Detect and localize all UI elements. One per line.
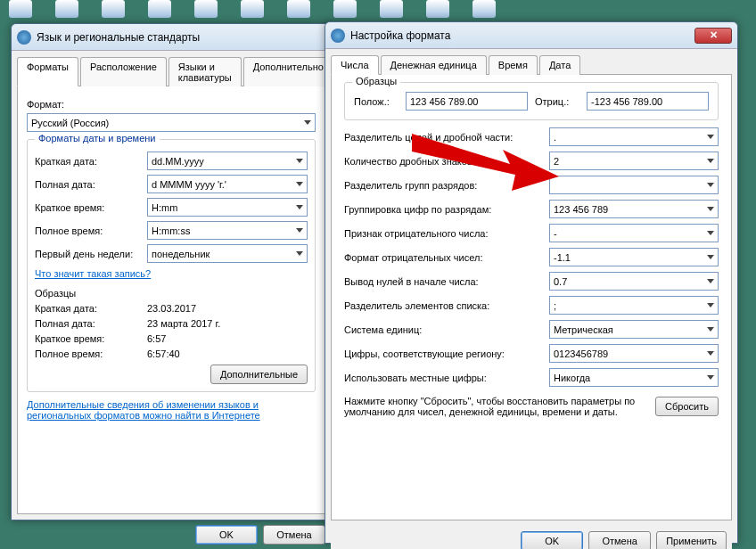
dialog-buttons: OK Отмена Применить	[331, 526, 732, 549]
pane-numbers: Образцы Полож.: 123 456 789.00 Отриц.: -…	[331, 75, 732, 520]
format-label: Вывод нулей в начале числа:	[344, 276, 549, 287]
positive-label: Полож.:	[354, 96, 399, 107]
reset-button[interactable]: Сбросить	[655, 397, 719, 416]
format-dropdown-4[interactable]: -	[549, 224, 719, 242]
format-label: Система единиц:	[344, 324, 549, 335]
tab-additional[interactable]: Дополнительно	[243, 57, 333, 86]
first-day-dropdown[interactable]: понедельник	[147, 244, 308, 263]
sample-long-time-val: 6:57:40	[147, 348, 308, 359]
ok-button[interactable]: OK	[195, 525, 258, 545]
short-time-dropdown[interactable]: H:mm	[147, 198, 308, 217]
format-dropdown-2[interactable]	[549, 176, 719, 194]
ok-button[interactable]: OK	[521, 531, 583, 549]
samples-legend: Образцы	[35, 288, 308, 299]
sample-long-date-lbl: Полная дата:	[35, 318, 142, 329]
region-settings-window: Язык и региональные стандарты Форматы Ра…	[11, 23, 332, 520]
tab-numbers[interactable]: Числа	[331, 55, 379, 75]
format-dropdown-7[interactable]: ;	[549, 296, 719, 315]
format-row-1: Количество дробных знаков:2	[344, 152, 719, 170]
negative-sample: -123 456 789.00	[587, 92, 709, 111]
reset-area: Нажмите кнопку "Сбросить", чтобы восстан…	[344, 396, 719, 417]
tab-currency[interactable]: Денежная единица	[381, 55, 487, 75]
format-dropdown-6[interactable]: 0.7	[549, 272, 719, 291]
long-date-label: Полная дата:	[35, 179, 142, 190]
format-label: Формат:	[27, 99, 316, 110]
long-time-dropdown[interactable]: H:mm:ss	[147, 221, 308, 240]
what-does-this-mean-link[interactable]: Что значит такая запись?	[35, 268, 151, 279]
format-row-6: Вывод нулей в начале числа:0.7	[344, 272, 719, 291]
sample-short-time-val: 6:57	[147, 333, 308, 344]
dialog-buttons: OK Отмена	[12, 520, 331, 549]
datetime-formats-group: Форматы даты и времени Краткая дата:dd.M…	[27, 139, 316, 392]
sample-long-time-lbl: Полное время:	[35, 348, 142, 359]
format-value: Русский (Россия)	[31, 118, 109, 128]
format-dropdown-1[interactable]: 2	[549, 152, 719, 170]
tab-keyboards[interactable]: Языки и клавиатуры	[168, 57, 242, 86]
window-title: Язык и региональные стандарты	[37, 31, 325, 44]
format-label: Формат отрицательных чисел:	[344, 252, 549, 263]
short-date-dropdown[interactable]: dd.MM.yyyy	[147, 152, 308, 170]
format-dropdown-9[interactable]: 0123456789	[549, 344, 719, 363]
sample-short-time-lbl: Краткое время:	[35, 333, 142, 344]
format-row-5: Формат отрицательных чисел:-1.1	[344, 248, 719, 266]
format-dropdown[interactable]: Русский (Россия)	[27, 113, 316, 132]
sample-long-date-val: 23 марта 2017 г.	[147, 318, 308, 329]
tabs: Форматы Расположение Языки и клавиатуры …	[17, 56, 325, 86]
titlebar[interactable]: Язык и региональные стандарты	[12, 24, 331, 51]
format-row-3: Группировка цифр по разрядам:123 456 789	[344, 200, 719, 218]
long-time-label: Полное время:	[35, 225, 142, 236]
short-time-label: Краткое время:	[35, 202, 142, 213]
format-dropdown-8[interactable]: Метрическая	[549, 320, 719, 339]
tab-date[interactable]: Дата	[539, 55, 580, 75]
format-row-2: Разделитель групп разрядов:	[344, 176, 719, 194]
format-label: Разделитель элементов списка:	[344, 300, 549, 311]
format-row-9: Цифры, соответствующие региону:012345678…	[344, 344, 719, 363]
tabs: Числа Денежная единица Время Дата	[331, 54, 732, 75]
format-row-0: Разделитель целой и дробной части:.	[344, 127, 719, 146]
cancel-button[interactable]: Отмена	[263, 525, 325, 545]
customize-format-window: Настройка формата ✕ Числа Денежная едини…	[325, 21, 738, 544]
globe-icon	[17, 30, 31, 45]
negative-label: Отриц.:	[535, 96, 579, 107]
samples-group: Образцы Полож.: 123 456 789.00 Отриц.: -…	[344, 82, 719, 120]
format-dropdown-5[interactable]: -1.1	[549, 248, 719, 266]
samples-legend: Образцы	[352, 76, 400, 86]
format-label: Группировка цифр по разрядам:	[344, 204, 549, 215]
format-settings-list: Разделитель целой и дробной части:.Колич…	[344, 127, 719, 387]
tab-location[interactable]: Расположение	[80, 57, 167, 86]
help-link[interactable]: Дополнительные сведения об изменении язы…	[27, 399, 260, 421]
format-label: Использовать местные цифры:	[344, 373, 549, 383]
globe-icon	[331, 29, 345, 43]
titlebar[interactable]: Настройка формата ✕	[325, 22, 737, 49]
format-row-4: Признак отрицательного числа:-	[344, 224, 719, 242]
first-day-label: Первый день недели:	[35, 249, 142, 259]
format-dropdown-10[interactable]: Никогда	[549, 368, 719, 387]
format-label: Разделитель групп разрядов:	[344, 180, 549, 191]
format-label: Цифры, соответствующие региону:	[344, 348, 549, 359]
format-row-8: Система единиц:Метрическая	[344, 320, 719, 339]
desktop-icons-row	[0, 0, 756, 20]
tab-formats[interactable]: Форматы	[17, 57, 78, 86]
format-dropdown-0[interactable]: .	[549, 127, 719, 146]
sample-short-date-lbl: Краткая дата:	[35, 303, 142, 314]
long-date-dropdown[interactable]: d MMMM yyyy 'г.'	[147, 175, 308, 193]
additional-settings-button[interactable]: Дополнительные	[210, 365, 308, 384]
format-label: Признак отрицательного числа:	[344, 228, 549, 239]
apply-button[interactable]: Применить	[656, 531, 727, 549]
format-label: Количество дробных знаков:	[344, 156, 549, 167]
sample-short-date-val: 23.03.2017	[147, 303, 308, 314]
format-row-10: Использовать местные цифры:Никогда	[344, 368, 719, 387]
close-icon: ✕	[710, 29, 718, 41]
format-dropdown-3[interactable]: 123 456 789	[549, 200, 719, 218]
datetime-legend: Форматы даты и времени	[35, 133, 160, 143]
positive-sample: 123 456 789.00	[406, 92, 528, 111]
close-button[interactable]: ✕	[694, 28, 732, 44]
window-title: Настройка формата	[350, 29, 694, 42]
format-row-7: Разделитель элементов списка:;	[344, 296, 719, 315]
short-date-label: Краткая дата:	[35, 156, 142, 167]
format-label: Разделитель целой и дробной части:	[344, 132, 549, 143]
tab-time[interactable]: Время	[489, 55, 538, 75]
cancel-button[interactable]: Отмена	[588, 531, 651, 549]
reset-message: Нажмите кнопку "Сбросить", чтобы восстан…	[344, 396, 646, 417]
pane-formats: Формат: Русский (Россия) Форматы даты и …	[17, 86, 325, 514]
